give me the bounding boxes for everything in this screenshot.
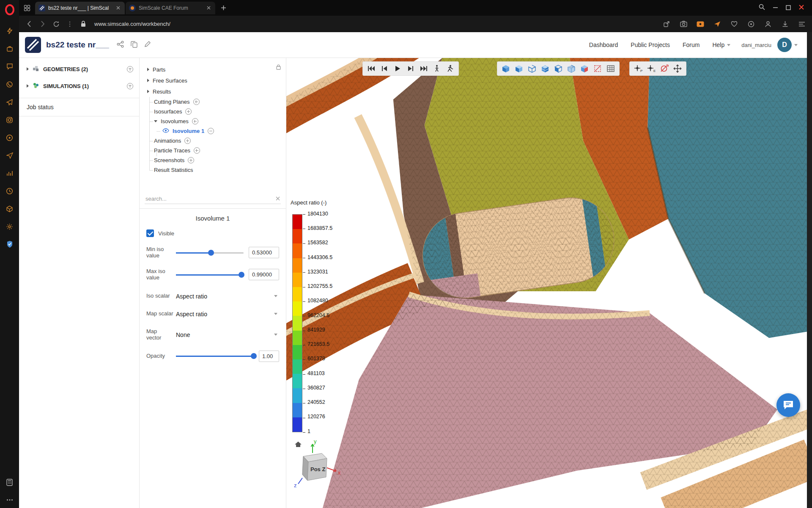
geometries-item[interactable]: GEOMETRIES (2) (19, 61, 139, 77)
add-isovolume-icon[interactable] (192, 118, 198, 124)
snap-edge-icon[interactable]: E (645, 63, 657, 75)
add-screenshot-icon[interactable] (188, 157, 194, 163)
browser-tab[interactable]: SimScale CAE Forum (126, 2, 215, 14)
close-icon[interactable] (798, 4, 804, 12)
tree-item-result-statistics[interactable]: Result Statistics (144, 165, 282, 175)
opacity-slider[interactable] (176, 353, 254, 359)
view-mesh-icon[interactable] (565, 63, 577, 75)
tree-item-animations[interactable]: Animations (144, 136, 282, 146)
profile-icon[interactable] (763, 19, 773, 29)
min-iso-value[interactable]: 0.53000 (249, 247, 279, 258)
maximize-icon[interactable] (786, 4, 791, 12)
url-text[interactable]: www.simscale.com/workbench/ (94, 21, 170, 27)
tree-item-isovolumes[interactable]: Isovolumes (144, 116, 282, 126)
opacity-value[interactable]: 1.00 (259, 351, 279, 362)
add-isosurface-icon[interactable] (185, 108, 192, 115)
user-menu[interactable]: D (777, 38, 798, 52)
kebab-menu-icon[interactable] (65, 19, 75, 29)
simscale-logo[interactable] (25, 37, 41, 53)
back-icon[interactable] (24, 19, 34, 29)
view-shaded-icon[interactable] (513, 63, 525, 75)
search-icon[interactable] (759, 4, 765, 12)
download-icon[interactable] (780, 19, 790, 29)
chat-launcher-button[interactable] (776, 393, 800, 417)
forward-icon[interactable] (38, 19, 48, 29)
opera-logo-icon[interactable] (5, 4, 14, 15)
pick-rotation-center-icon[interactable] (672, 63, 683, 75)
search-input[interactable] (145, 196, 276, 202)
instagram-icon[interactable] (5, 115, 14, 124)
view-table-icon[interactable] (605, 63, 617, 75)
calculator-icon[interactable] (5, 478, 14, 487)
edit-pencil-icon[interactable] (144, 41, 151, 50)
add-cutting-plane-icon[interactable] (193, 99, 200, 105)
briefcase-icon[interactable] (5, 44, 14, 53)
view-transparent-icon[interactable] (526, 63, 538, 75)
share-icon[interactable] (117, 41, 124, 50)
view-half-icon[interactable] (552, 63, 564, 75)
lock-icon[interactable] (78, 19, 88, 29)
tree-item-isovolume-1[interactable]: Isovolume 1 (144, 126, 282, 136)
extensions-icon[interactable] (746, 19, 756, 29)
tab-search-icon[interactable] (22, 3, 33, 14)
aria-send-icon[interactable] (712, 19, 722, 29)
remove-isovolume-icon[interactable] (208, 128, 214, 134)
nav-help[interactable]: Help (712, 41, 730, 48)
skip-end-icon[interactable] (418, 63, 430, 75)
tree-item-parts[interactable]: Parts (144, 64, 282, 75)
orientation-cube[interactable]: y Pos Z x z (291, 437, 350, 492)
add-animation-icon[interactable] (184, 138, 191, 144)
history-icon[interactable] (5, 186, 14, 196)
min-iso-slider[interactable] (176, 250, 244, 256)
more-icon[interactable] (5, 495, 14, 505)
vpn-shield-icon[interactable] (5, 240, 14, 249)
tree-item-screenshots[interactable]: Screenshots (144, 155, 282, 165)
view-clip-red-icon[interactable] (592, 63, 604, 75)
max-iso-slider[interactable] (176, 272, 244, 278)
camera-icon[interactable] (678, 19, 689, 29)
chat-icon[interactable] (5, 62, 14, 71)
eye-icon[interactable] (162, 128, 169, 134)
browser-scrollbar-strip[interactable] (807, 32, 812, 508)
new-tab-button[interactable] (218, 3, 229, 14)
browser-tab-active[interactable]: bs22 teste nr___ | SimScal (35, 2, 125, 14)
player-icon[interactable] (5, 133, 14, 142)
tree-item-isosurfaces[interactable]: Isosurfaces (144, 107, 282, 116)
skip-start-icon[interactable] (365, 63, 377, 75)
clear-search-icon[interactable] (276, 195, 280, 202)
iso-scalar-select[interactable]: Aspect ratio (173, 293, 279, 300)
panel-toggle-icon[interactable] (797, 19, 807, 29)
nav-dashboard[interactable]: Dashboard (589, 41, 618, 48)
view-solid-icon[interactable] (500, 63, 512, 75)
run-person-icon[interactable] (444, 63, 456, 75)
step-back-icon[interactable] (379, 63, 390, 75)
copy-icon[interactable] (131, 41, 137, 50)
charts-icon[interactable] (5, 168, 14, 178)
nav-forum[interactable]: Forum (683, 41, 700, 48)
map-scalar-select[interactable]: Aspect ratio (173, 311, 279, 318)
settings-gear-icon[interactable] (5, 222, 14, 231)
step-forward-icon[interactable] (405, 63, 417, 75)
view-section-icon[interactable] (579, 63, 590, 75)
avatar[interactable]: D (777, 38, 792, 52)
tree-item-particle-traces[interactable]: Particle Traces (144, 146, 282, 155)
vpn-badge-icon[interactable] (695, 19, 705, 29)
play-icon[interactable] (392, 63, 403, 75)
send-icon[interactable] (5, 151, 14, 160)
viewport-3d[interactable]: P E Aspect ratio (-) 1804130 1683857.5 1… (286, 58, 807, 508)
whatsapp-icon[interactable] (5, 80, 14, 89)
max-iso-value[interactable]: 0.99000 (249, 269, 279, 280)
minimize-icon[interactable] (773, 4, 778, 12)
flash-icon[interactable] (5, 26, 14, 36)
map-vector-select[interactable]: None (173, 331, 279, 338)
tab-close-icon[interactable] (205, 5, 212, 11)
walk-person-icon[interactable] (431, 63, 443, 75)
tree-item-free-surfaces[interactable]: Free Surfaces (144, 75, 282, 86)
visible-checkbox[interactable] (146, 229, 154, 237)
telegram-icon[interactable] (5, 97, 14, 107)
add-particle-trace-icon[interactable] (194, 147, 200, 154)
add-simulation-icon[interactable] (127, 83, 133, 89)
clear-rotation-center-icon[interactable] (658, 63, 670, 75)
job-status-item[interactable]: Job status (19, 98, 139, 116)
box-3d-icon[interactable] (5, 204, 14, 213)
